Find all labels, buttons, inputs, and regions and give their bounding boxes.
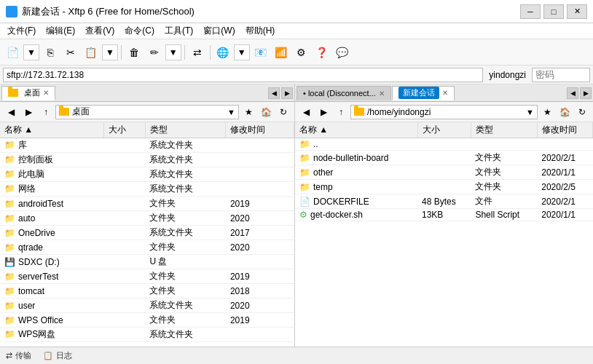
left-back-btn[interactable]: ◀ <box>3 104 19 120</box>
table-row[interactable]: ⚙get-docker.sh 13KB Shell Script 2020/1/… <box>295 209 593 221</box>
cell-modified: 2020/2/1 <box>537 151 592 165</box>
table-row[interactable]: 📁temp 文件夹 2020/2/5 <box>295 180 593 194</box>
left-file-list[interactable]: 名称 ▲ 大小 类型 修改时间 📁库 系统文件夹 📁控制面板 系统文件夹 📁此电… <box>0 122 294 347</box>
table-row[interactable]: 📁WPS网盘 系统文件夹 <box>0 328 294 342</box>
toolbar-delete[interactable]: 🗑 <box>125 43 144 62</box>
table-row[interactable]: 📁此电脑 系统文件夹 <box>0 167 294 182</box>
cell-modified <box>226 138 294 153</box>
toolbar-new-btn[interactable]: 📄 <box>3 43 22 62</box>
right-file-list[interactable]: 名称 ▲ 大小 类型 修改时间 📁.. 📁node-bulletin-board… <box>295 122 593 347</box>
table-row[interactable]: 📁androidTest 文件夹 2019 <box>0 197 294 211</box>
table-row[interactable]: 📁other 文件夹 2020/1/1 <box>295 165 593 180</box>
toolbar-dropdown3[interactable]: ▼ <box>165 44 181 60</box>
table-row[interactable]: 📁user 系统文件夹 2020 <box>0 298 294 313</box>
toolbar-paste[interactable]: 📋 <box>82 43 101 62</box>
right-nav-next[interactable]: ▶ <box>580 87 592 99</box>
left-path-box[interactable]: 桌面 ▼ <box>55 105 239 119</box>
left-nav-prev[interactable]: ◀ <box>268 87 280 99</box>
right-home-btn[interactable]: 🏠 <box>557 104 573 120</box>
right-forward-btn[interactable]: ▶ <box>315 104 331 120</box>
right-up-btn[interactable]: ↑ <box>333 104 349 120</box>
right-tab-new-session[interactable]: 新建会话 ✕ <box>392 86 455 100</box>
toolbar-comment[interactable]: 💬 <box>333 43 352 62</box>
table-row[interactable]: 📁OneDrive 系统文件夹 2017 <box>0 226 294 240</box>
status-transfer[interactable]: ⇄ 传输 <box>6 350 31 361</box>
left-forward-btn[interactable]: ▶ <box>20 104 36 120</box>
menu-window[interactable]: 窗口(W) <box>199 24 239 38</box>
toolbar-globe[interactable]: 🌐 <box>213 43 232 62</box>
table-row[interactable]: 📁serverTest 文件夹 2019 <box>0 269 294 284</box>
table-row[interactable]: 📁WPS Office 文件夹 2019 <box>0 313 294 328</box>
table-row[interactable]: 💾SDXC (D:) U 盘 <box>0 255 294 269</box>
toolbar-copy[interactable]: ⎘ <box>41 43 60 62</box>
toolbar-dropdown1[interactable]: ▼ <box>23 44 39 60</box>
folder-icon: 📁 <box>299 182 310 192</box>
password-input[interactable] <box>532 68 590 82</box>
toolbar-dropdown2[interactable]: ▼ <box>102 44 118 60</box>
right-tab-new-close[interactable]: ✕ <box>442 89 448 97</box>
toolbar-dropdown4[interactable]: ▼ <box>234 44 250 60</box>
right-col-size[interactable]: 大小 <box>417 122 471 138</box>
right-refresh-btn[interactable]: ↻ <box>574 104 590 120</box>
menu-tools[interactable]: 工具(T) <box>160 24 197 38</box>
folder-icon: 📁 <box>299 167 310 178</box>
cell-name: 📁WPS网盘 <box>0 328 104 342</box>
table-row[interactable]: 📁库 系统文件夹 <box>0 138 294 153</box>
right-panel: • local (Disconnect... ✕ 新建会话 ✕ ◀ ▶ ◀ ▶ … <box>295 84 593 347</box>
left-col-modified[interactable]: 修改时间 <box>226 122 294 138</box>
folder-icon <box>8 89 18 97</box>
close-button[interactable]: ✕ <box>567 4 587 19</box>
left-col-type[interactable]: 类型 <box>145 122 225 138</box>
left-home-btn[interactable]: 🏠 <box>258 104 274 120</box>
sftp-address-input[interactable] <box>3 68 483 82</box>
toolbar-cut[interactable]: ✂ <box>61 43 80 62</box>
menu-edit[interactable]: 编辑(E) <box>42 24 79 38</box>
menu-view[interactable]: 查看(V) <box>81 24 119 38</box>
toolbar-settings[interactable]: ⚙ <box>292 43 311 62</box>
left-col-size[interactable]: 大小 <box>104 122 146 138</box>
toolbar-icon2[interactable]: 📶 <box>272 43 291 62</box>
cell-type: 系统文件夹 <box>145 328 225 342</box>
left-filter-btn[interactable]: ★ <box>240 104 256 120</box>
left-up-btn[interactable]: ↑ <box>38 104 54 120</box>
table-row[interactable]: 📁auto 文件夹 2020 <box>0 211 294 226</box>
left-col-name[interactable]: 名称 ▲ <box>0 122 104 138</box>
table-row[interactable]: 📄DOCKERFILE 48 Bytes 文件 2020/2/1 <box>295 194 593 209</box>
toolbar-separator3 <box>210 45 211 60</box>
table-row[interactable]: 📁控制面板 系统文件夹 <box>0 153 294 167</box>
table-row[interactable]: 📁.. <box>295 138 593 151</box>
maximize-button[interactable]: □ <box>543 4 564 19</box>
cell-type: 文件 <box>471 194 537 209</box>
minimize-button[interactable]: ─ <box>520 4 541 19</box>
right-back-btn[interactable]: ◀ <box>298 104 314 120</box>
left-nav-next[interactable]: ▶ <box>281 87 293 99</box>
left-tab-close[interactable]: ✕ <box>43 89 49 97</box>
table-row[interactable]: 📁qtrade 文件夹 2020 <box>0 240 294 255</box>
right-col-type[interactable]: 类型 <box>471 122 537 138</box>
menu-command[interactable]: 命令(C) <box>120 24 159 38</box>
right-nav-prev[interactable]: ◀ <box>567 87 578 99</box>
table-row[interactable]: 📁node-bulletin-board 文件夹 2020/2/1 <box>295 151 593 165</box>
menu-help[interactable]: 帮助(H) <box>241 24 280 38</box>
toolbar-icon1[interactable]: 📧 <box>251 43 270 62</box>
status-log[interactable]: 📋 日志 <box>43 350 72 361</box>
right-tab-local[interactable]: • local (Disconnect... ✕ <box>296 86 391 100</box>
right-path-box[interactable]: /home/yindongzi ▼ <box>350 105 538 119</box>
right-tab-local-close[interactable]: ✕ <box>379 90 385 98</box>
table-row[interactable]: 📁tomcat 文件夹 2018 <box>0 284 294 298</box>
toolbar-transfer[interactable]: ⇄ <box>188 43 207 62</box>
right-path-dropdown[interactable]: ▼ <box>526 108 534 116</box>
cell-size <box>104 298 146 313</box>
toolbar-rename[interactable]: ✏ <box>145 43 164 62</box>
folder-icon: 📁 <box>4 213 15 223</box>
right-col-modified[interactable]: 修改时间 <box>537 122 592 138</box>
toolbar-help[interactable]: ❓ <box>313 43 331 62</box>
right-col-name[interactable]: 名称 ▲ <box>295 122 417 138</box>
left-path-dropdown[interactable]: ▼ <box>227 108 235 116</box>
left-tab-desktop[interactable]: 桌面 ✕ <box>1 86 55 100</box>
table-row[interactable]: 📁网络 系统文件夹 <box>0 182 294 197</box>
system-folder-icon: 📁 <box>4 228 15 238</box>
menu-file[interactable]: 文件(F) <box>3 24 40 38</box>
right-filter-btn[interactable]: ★ <box>539 104 555 120</box>
left-refresh-btn[interactable]: ↻ <box>275 104 291 120</box>
